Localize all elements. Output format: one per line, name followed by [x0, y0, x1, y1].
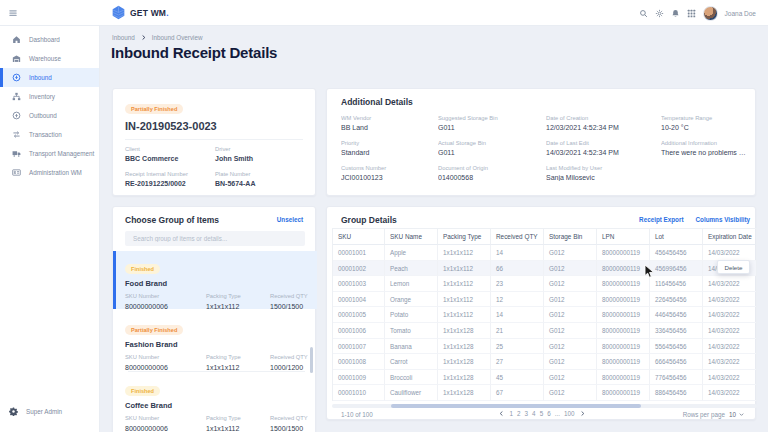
delete-menu-item[interactable]: Delete	[717, 260, 750, 274]
field-value: RE-20191225/0002	[125, 180, 215, 187]
settings-gear-icon[interactable]	[655, 9, 664, 18]
sidebar-item-warehouse[interactable]: Warehouse	[0, 49, 99, 68]
unselect-link[interactable]: Unselect	[277, 216, 303, 223]
table-row[interactable]: 00001007Banana1x1x1x12825G01280000000119…	[333, 339, 756, 355]
table-row[interactable]: 00001009Broccoli1x1x1x12845G012800000001…	[333, 370, 756, 386]
table-row[interactable]: 00001010Cauliflower1x1x1x12867G012800000…	[333, 385, 756, 401]
table-cell: G012	[544, 354, 597, 370]
group-search-input[interactable]	[125, 231, 305, 246]
table-row[interactable]: 00001002Peach1x1x1x11266G012800000001194…	[333, 261, 756, 277]
detail-field: Actual Storage Bin G011	[438, 140, 546, 156]
field-value: Sanja Milosevic	[546, 174, 661, 181]
table-cell: G012	[544, 385, 597, 401]
group-details-title: Group Details	[341, 215, 397, 225]
group-card[interactable]: Partially Finished Fashion Brand SKU Num…	[113, 312, 317, 370]
page-number[interactable]: 5	[540, 410, 544, 417]
table-row[interactable]: 00001005Potato1x1x1x11214G01280000000119…	[333, 307, 756, 323]
table-cell: 80000000119	[597, 354, 650, 370]
group-status-badge: Partially Finished	[125, 325, 183, 335]
table-cell: 1x1x1x128	[438, 354, 491, 370]
page-number[interactable]: 6	[547, 410, 551, 417]
column-header[interactable]: SKU	[333, 229, 385, 245]
sidebar-item-label: Warehouse	[29, 55, 61, 62]
table-cell: 00001003	[333, 276, 385, 292]
column-header[interactable]: Received QTY	[491, 229, 544, 245]
table-cell: 27	[491, 354, 544, 370]
table-row[interactable]: 00001004Orange1x1x1x11212G01280000000119…	[333, 292, 756, 308]
sidebar-item-administration-wm[interactable]: Administration WM	[0, 163, 99, 182]
sidebar-item-label: Transport Management	[29, 150, 94, 157]
column-header[interactable]: Expiration Date	[703, 229, 756, 245]
column-header[interactable]: Packing Type	[438, 229, 491, 245]
table-cell: 14/03/2022	[703, 307, 756, 323]
sidebar-item-outbound[interactable]: Outbound	[0, 106, 99, 125]
table-row[interactable]: 00001008Carrot1x1x1x12827G01280000000119…	[333, 354, 756, 370]
sidebar-item-super-admin[interactable]: Super Admin	[0, 407, 62, 416]
table-cell: 00001006	[333, 323, 385, 339]
group-column-label: Received QTY	[270, 415, 308, 421]
sidebar-item-dashboard[interactable]: Dashboard	[0, 30, 99, 49]
vertical-scrollbar[interactable]	[310, 347, 313, 373]
table-cell: 116456456	[650, 276, 703, 292]
chevron-down-icon	[738, 411, 745, 418]
group-card[interactable]: Finished Food Brand SKU Number Packing T…	[113, 251, 317, 309]
receipt-export-link[interactable]: Receipt Export	[639, 216, 683, 223]
avatar[interactable]	[703, 6, 718, 21]
sidebar-item-transport-management[interactable]: Transport Management	[0, 144, 99, 163]
column-header[interactable]: Storage Bin	[544, 229, 597, 245]
receipt-summary-card: Partially Finished IN-20190523-0023 Clie…	[112, 88, 316, 196]
previous-page-icon[interactable]	[498, 410, 505, 417]
table-cell: G012	[544, 261, 597, 277]
inventory-icon	[12, 92, 21, 101]
table-cell: 80000000119	[597, 385, 650, 401]
column-header[interactable]: SKU Name	[385, 229, 438, 245]
table-row[interactable]: 00001001Apple1x1x1x11214G012800000001194…	[333, 245, 756, 261]
breadcrumb-inbound[interactable]: Inbound	[112, 34, 135, 41]
group-details-table: SKUSKU NamePacking TypeReceived QTYStora…	[332, 228, 757, 401]
hamburger-menu-icon[interactable]	[8, 8, 18, 18]
detail-field: Driver John Smith	[215, 146, 305, 162]
table-row[interactable]: 00001006Tomato1x1x1x12821G01280000000119…	[333, 323, 756, 339]
outbound-icon	[12, 111, 21, 120]
table-cell: 80000000119	[597, 245, 650, 261]
table-cell: 12	[491, 292, 544, 308]
group-column-label: SKU Number	[125, 293, 206, 299]
sidebar-item-inbound[interactable]: Inbound	[0, 68, 99, 87]
user-name[interactable]: Joana Doe	[725, 10, 756, 17]
app-logo[interactable]: GET WM.	[111, 5, 169, 20]
table-cell: Peach	[385, 261, 438, 277]
sidebar-item-transaction[interactable]: Transaction	[0, 125, 99, 144]
search-icon[interactable]	[639, 9, 648, 18]
table-cell: G012	[544, 276, 597, 292]
table-cell: 00001010	[333, 385, 385, 401]
columns-visibility-link[interactable]: Columns Visibility	[696, 216, 750, 223]
page-number[interactable]: 1	[510, 410, 514, 417]
transaction-icon	[12, 130, 21, 139]
field-value: JCI00100123	[341, 174, 438, 181]
detail-field: Priority Standard	[341, 140, 438, 156]
next-page-icon[interactable]	[579, 410, 586, 417]
rows-per-page-select[interactable]: 10	[729, 411, 745, 418]
detail-field: Document of Origin 014000568	[438, 165, 546, 181]
page-number[interactable]: 3	[525, 410, 529, 417]
page-numbers: 123456...100	[510, 410, 575, 417]
table-row[interactable]: 00001003Lemon1x1x1x11223G012800000001191…	[333, 276, 756, 292]
table-cell: 1x1x1x112	[438, 245, 491, 261]
group-status-badge: Finished	[125, 264, 160, 274]
page-number[interactable]: 100	[564, 410, 575, 417]
group-card[interactable]: Finished Coffee Brand SKU Number Packing…	[113, 373, 317, 431]
column-header[interactable]: Lot	[650, 229, 703, 245]
table-cell: 336456456	[650, 323, 703, 339]
group-name: Fashion Brand	[125, 340, 308, 349]
notifications-bell-icon[interactable]	[671, 9, 680, 18]
field-value: BBC Commerce	[125, 155, 215, 162]
table-cell: 456996456	[650, 261, 703, 277]
breadcrumb-inbound-overview[interactable]: Inbound Overview	[152, 34, 203, 41]
column-header[interactable]: LPN	[597, 229, 650, 245]
sidebar-item-inventory[interactable]: Inventory	[0, 87, 99, 106]
page-number[interactable]: 2	[517, 410, 521, 417]
group-sku-value: 80000000006	[125, 303, 206, 310]
apps-grid-icon[interactable]	[687, 9, 696, 18]
field-value: 014000568	[438, 174, 546, 181]
page-number[interactable]: 4	[532, 410, 536, 417]
